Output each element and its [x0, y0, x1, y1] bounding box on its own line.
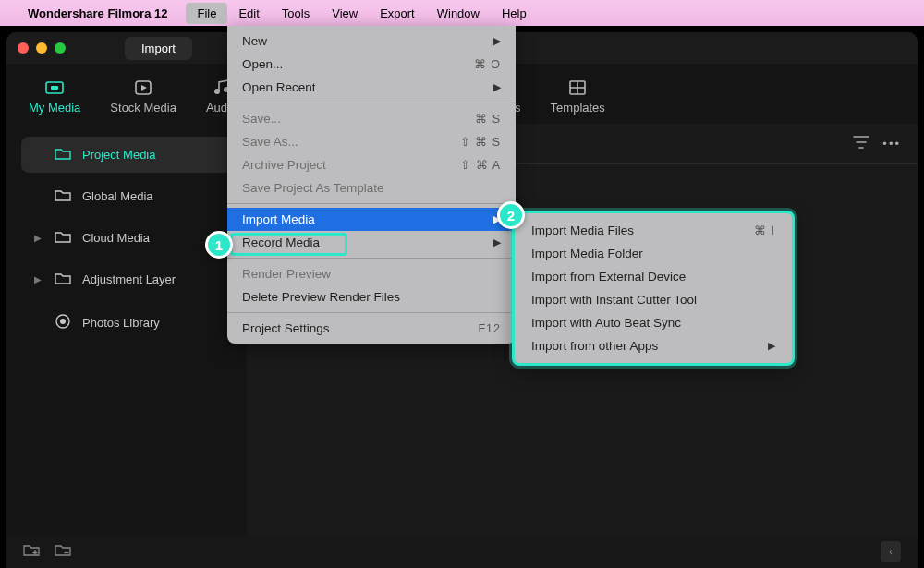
menu-item-label: Save Project As Template	[242, 181, 384, 195]
menu-shortcut: ⇧ ⌘ S	[460, 135, 501, 149]
menu-item-label: Import Media	[242, 212, 315, 226]
tab-my-media[interactable]: My Media	[25, 77, 84, 116]
menubar-item-help[interactable]: Help	[491, 3, 538, 24]
svg-marker-3	[141, 85, 147, 91]
sidebar-item-cloud-media[interactable]: ▶Cloud Media	[21, 220, 232, 256]
submenu-item-import-from-external-device[interactable]: Import from External Device	[515, 265, 792, 288]
menu-item-import-media[interactable]: Import Media▶	[227, 208, 516, 231]
sidebar-item-label: Adjustment Layer	[82, 272, 176, 286]
menu-item-new[interactable]: New▶	[227, 30, 516, 53]
menu-item-open-recent[interactable]: Open Recent▶	[227, 76, 516, 99]
chevron-right-icon: ▶	[34, 233, 43, 243]
menu-item-render-preview: Render Preview	[227, 262, 516, 285]
menu-item-record-media[interactable]: Record Media▶	[227, 231, 516, 254]
menu-item-label: Save...	[242, 112, 281, 126]
menu-item-label: Archive Project	[242, 158, 326, 172]
menu-item-label: Project Settings	[242, 321, 330, 335]
submenu-item-import-with-auto-beat-sync[interactable]: Import with Auto Beat Sync	[515, 311, 792, 334]
menubar-item-tools[interactable]: Tools	[271, 3, 321, 24]
menu-item-project-settings[interactable]: Project SettingsF12	[227, 317, 516, 340]
sidebar-item-global-media[interactable]: Global Media	[21, 178, 232, 214]
menu-shortcut: ⌘ I	[754, 224, 775, 237]
menu-item-archive-project: Archive Project⇧ ⌘ A	[227, 153, 516, 176]
bottom-bar: ‹	[6, 535, 918, 568]
sidebar-item-label: Global Media	[82, 189, 153, 203]
new-folder-icon[interactable]	[23, 543, 40, 560]
menu-item-label: Save As...	[242, 135, 298, 149]
menu-item-save: Save...⌘ S	[227, 107, 516, 130]
menu-shortcut: ⌘ O	[474, 57, 501, 71]
stock-media-icon	[131, 79, 155, 97]
tab-stock-media[interactable]: Stock Media	[106, 77, 180, 116]
chevron-right-icon: ▶	[34, 274, 43, 284]
submenu-item-label: Import from External Device	[531, 270, 686, 284]
tab-label: Stock Media	[110, 101, 176, 115]
menu-separator	[227, 203, 516, 204]
menubar-item-view[interactable]: View	[321, 3, 369, 24]
more-icon[interactable]: •••	[882, 137, 901, 151]
svg-point-14	[60, 319, 66, 324]
folder-icon	[55, 272, 71, 287]
chevron-right-icon: ▶	[493, 236, 501, 248]
menu-item-open[interactable]: Open...⌘ O	[227, 53, 516, 76]
sidebar-item-photos-library[interactable]: Photos Library	[21, 303, 232, 343]
submenu-item-import-media-folder[interactable]: Import Media Folder	[515, 242, 792, 265]
submenu-item-label: Import with Instant Cutter Tool	[531, 293, 697, 307]
folder-icon	[55, 188, 71, 204]
menubar-item-file[interactable]: File	[186, 3, 227, 24]
sidebar-item-label: Project Media	[82, 148, 155, 162]
submenu-item-label: Import Media Folder	[531, 247, 643, 260]
templates-icon	[565, 79, 590, 97]
menu-separator	[227, 258, 516, 259]
delete-folder-icon[interactable]	[55, 543, 71, 560]
menubar-item-edit[interactable]: Edit	[227, 3, 270, 24]
menu-shortcut: F12	[478, 322, 501, 335]
folder-icon	[55, 147, 71, 163]
submenu-item-import-with-instant-cutter-tool[interactable]: Import with Instant Cutter Tool	[515, 288, 792, 311]
menu-separator	[227, 312, 516, 313]
import-button[interactable]: Import	[125, 37, 192, 60]
chevron-right-icon: ▶	[768, 340, 775, 352]
menu-item-save-project-as-template: Save Project As Template	[227, 176, 516, 199]
traffic-lights	[18, 42, 66, 54]
filter-icon[interactable]	[853, 136, 869, 151]
app-title: Wondershare Filmora 12	[28, 6, 167, 20]
file-menu-dropdown: New▶Open...⌘ OOpen Recent▶Save...⌘ SSave…	[227, 26, 516, 344]
menu-shortcut: ⌘ S	[475, 112, 501, 126]
menu-separator	[227, 103, 516, 103]
svg-rect-1	[51, 86, 58, 90]
mac-menubar: Wondershare Filmora 12 FileEditToolsView…	[0, 0, 924, 26]
my-media-icon	[43, 79, 67, 97]
menu-item-delete-preview-render-files[interactable]: Delete Preview Render Files	[227, 285, 516, 308]
close-window-button[interactable]	[18, 42, 29, 54]
menu-item-label: New	[242, 34, 267, 48]
sidebar-item-project-media[interactable]: Project Media	[21, 137, 232, 173]
menu-item-label: Record Media	[242, 236, 320, 249]
minimize-window-button[interactable]	[36, 42, 47, 54]
import-media-submenu: Import Media Files⌘ IImport Media Folder…	[512, 211, 795, 366]
sidebar-item-label: Photos Library	[82, 316, 160, 330]
submenu-item-label: Import Media Files	[531, 224, 634, 237]
sidebar-item-adjustment-layer[interactable]: ▶Adjustment Layer	[21, 261, 232, 297]
menubar-item-window[interactable]: Window	[426, 3, 491, 24]
menubar-item-export[interactable]: Export	[369, 3, 426, 24]
chevron-right-icon: ▶	[493, 81, 501, 93]
photos-icon	[55, 313, 71, 332]
menu-item-label: Render Preview	[242, 267, 331, 281]
submenu-item-import-media-files[interactable]: Import Media Files⌘ I	[515, 219, 792, 242]
submenu-item-import-from-other-apps[interactable]: Import from other Apps▶	[515, 334, 792, 357]
sidebar-item-label: Cloud Media	[82, 231, 150, 245]
maximize-window-button[interactable]	[55, 42, 66, 54]
sidebar: Project MediaGlobal Media▶Cloud Media▶Ad…	[6, 124, 247, 567]
svg-point-4	[214, 89, 220, 94]
annotation-badge-1: 1	[205, 231, 233, 259]
tab-label: Templates	[551, 101, 605, 115]
menu-item-label: Delete Preview Render Files	[242, 290, 400, 304]
submenu-item-label: Import from other Apps	[531, 339, 658, 353]
tab-label: My Media	[29, 101, 80, 115]
submenu-item-label: Import with Auto Beat Sync	[531, 316, 681, 330]
tab-templates[interactable]: Templates	[547, 77, 609, 116]
collapse-sidebar-button[interactable]: ‹	[881, 541, 901, 562]
folder-icon	[55, 230, 71, 246]
menu-item-save-as: Save As...⇧ ⌘ S	[227, 130, 516, 153]
